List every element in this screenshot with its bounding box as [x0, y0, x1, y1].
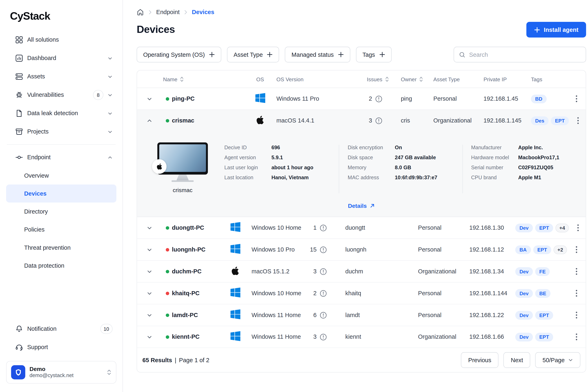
- column-header-owner[interactable]: Owner: [395, 76, 428, 82]
- tag-pill[interactable]: Dev: [515, 289, 533, 298]
- install-agent-button[interactable]: Install agent: [526, 22, 586, 38]
- row-menu-button[interactable]: [573, 309, 580, 321]
- next-page-button[interactable]: Next: [504, 352, 530, 368]
- brand-logo[interactable]: CyStack: [6, 0, 116, 30]
- previous-page-button[interactable]: Previous: [461, 352, 498, 368]
- private-ip: 192.168.1.145: [478, 117, 525, 124]
- sidebar-item-data-protection[interactable]: Data protection: [6, 256, 116, 274]
- details-link[interactable]: Details: [137, 202, 586, 209]
- tag-pill[interactable]: BE: [535, 289, 550, 298]
- tag-pill[interactable]: EPT: [535, 332, 553, 341]
- issues-count: 15: [305, 246, 316, 253]
- row-menu-button[interactable]: [573, 244, 580, 255]
- tag-pill[interactable]: BA: [515, 245, 531, 254]
- sidebar-item-devices[interactable]: Devices: [6, 184, 116, 202]
- table-row[interactable]: luongnh-PC Windows 10 Pro 15 luongnh Per…: [137, 239, 586, 261]
- apple-icon: [231, 266, 239, 277]
- sidebar-item-endpoint[interactable]: Endpoint: [6, 148, 116, 166]
- sidebar-item-support[interactable]: Support: [6, 338, 116, 356]
- tags-overflow-pill[interactable]: +2: [554, 245, 567, 254]
- home-icon[interactable]: [136, 8, 144, 16]
- tag-pill[interactable]: EPT: [535, 311, 553, 320]
- main-content: Endpoint Devices Devices Install agent O…: [123, 0, 588, 392]
- alert-icon: [320, 311, 327, 319]
- tag-pill[interactable]: Des: [531, 116, 548, 125]
- row-menu-button[interactable]: [573, 266, 580, 277]
- windows-icon: [230, 244, 240, 255]
- filter-asset-type-button[interactable]: Asset Type: [227, 47, 279, 62]
- column-header-issues[interactable]: Issues: [360, 76, 395, 82]
- sidebar-item-policies[interactable]: Policies: [6, 220, 116, 238]
- owner: cris: [395, 117, 428, 124]
- table-row[interactable]: duongtt-PC Windows 10 Home 1 duongtt Per…: [137, 217, 586, 239]
- table-row[interactable]: ping-PC Windows 11 Pro 2 ping Personal 1…: [137, 88, 586, 110]
- detail-label: Serial number: [471, 164, 518, 170]
- table-row[interactable]: duchm-PC macOS 15.1.2 3 duchm Organizati…: [137, 261, 586, 282]
- device-detail-group: Disk encryptionOnDisk space247 GB availa…: [339, 145, 462, 193]
- plus-icon: [338, 52, 344, 57]
- row-menu-button[interactable]: [574, 115, 582, 126]
- sidebar-item-threat-prevention[interactable]: Threat prevention: [6, 238, 116, 256]
- tag-pill[interactable]: EPT: [533, 245, 551, 254]
- archive-icon: [15, 128, 23, 136]
- status-dot: [166, 314, 169, 317]
- row-menu-button[interactable]: [573, 331, 580, 342]
- tag-pill[interactable]: Dev: [515, 223, 533, 232]
- sidebar-item-projects[interactable]: Projects: [6, 122, 116, 141]
- detail-label: Decive ID: [224, 145, 272, 150]
- device-detail-group: Decive ID696Agent version5.9.1Last user …: [216, 145, 339, 193]
- sidebar-item-overview[interactable]: Overview: [6, 166, 116, 184]
- sidebar-item-data-leak-detection[interactable]: Data leak detection: [6, 104, 116, 122]
- tags-cell: BAEPT+2: [510, 245, 568, 254]
- row-expand-chevron[interactable]: [144, 245, 154, 254]
- row-expand-chevron[interactable]: [144, 223, 154, 232]
- search-box: [454, 47, 586, 62]
- row-expand-chevron[interactable]: [144, 267, 154, 276]
- table-row[interactable]: lamdt-PC Windows 11 Home 6 lamdt Persona…: [137, 304, 586, 326]
- tag-pill[interactable]: BD: [531, 94, 546, 103]
- table-row[interactable]: khaitq-PC Windows 10 Home 2 khaitq Perso…: [137, 282, 586, 304]
- device-detail-panel: crismac Decive ID696Agent version5.9.1La…: [137, 132, 586, 217]
- tag-pill[interactable]: EPT: [551, 116, 569, 125]
- sidebar-item-directory[interactable]: Directory: [6, 202, 116, 220]
- sidebar-item-assets[interactable]: Assets: [6, 68, 116, 86]
- row-menu-button[interactable]: [573, 288, 580, 299]
- sidebar-item-dashboard[interactable]: Dashboard: [6, 49, 116, 68]
- tags-cell: DevEPT: [510, 311, 568, 320]
- sidebar-item-vulnerabilities[interactable]: Vulnerabilities 8: [6, 86, 116, 104]
- breadcrumb-endpoint[interactable]: Endpoint: [156, 8, 180, 16]
- sort-icon: [419, 76, 423, 82]
- table-row[interactable]: crismac macOS 14.4.1 3 cris Organization…: [137, 110, 586, 132]
- per-page-select[interactable]: 50/Page: [535, 352, 580, 368]
- row-expand-chevron[interactable]: [144, 288, 154, 298]
- tags-overflow-pill[interactable]: +4: [556, 223, 569, 232]
- status-dot: [166, 270, 169, 273]
- row-menu-button[interactable]: [574, 222, 582, 234]
- tag-pill[interactable]: EPT: [535, 223, 553, 232]
- row-expand-chevron[interactable]: [144, 116, 154, 125]
- chevron-down-icon: [568, 358, 573, 362]
- detail-value: about 1 hour ago: [271, 164, 313, 170]
- status-dot: [166, 226, 169, 230]
- user-profile-card[interactable]: Demo demo@cystack.net: [6, 361, 116, 384]
- filter-tags-button[interactable]: Tags: [356, 47, 392, 62]
- table-row[interactable]: kiennt-PC Windows 11 Home 3 kiennt Organ…: [137, 326, 586, 348]
- row-menu-button[interactable]: [573, 93, 580, 104]
- row-expand-chevron[interactable]: [144, 94, 154, 104]
- tag-pill[interactable]: FE: [535, 267, 550, 276]
- app-root: CyStack All solutions Dashboard Assets V…: [0, 0, 588, 392]
- filter-os-button[interactable]: Operating System (OS): [136, 47, 221, 62]
- tag-pill[interactable]: Dev: [515, 311, 533, 320]
- column-header-name[interactable]: Name: [162, 76, 252, 82]
- sidebar-item-all-solutions[interactable]: All solutions: [6, 30, 116, 49]
- sidebar-item-notification[interactable]: Notification 10: [6, 320, 116, 338]
- row-expand-chevron[interactable]: [144, 332, 154, 342]
- tag-pill[interactable]: Dev: [515, 332, 533, 341]
- search-input[interactable]: [469, 51, 581, 58]
- filter-managed-status-button[interactable]: Managed status: [285, 47, 350, 62]
- row-expand-chevron[interactable]: [144, 310, 154, 320]
- tags-cell: DevFE: [510, 267, 568, 276]
- breadcrumb-devices[interactable]: Devices: [192, 8, 214, 16]
- device-name: lamdt-PC: [172, 312, 198, 318]
- tag-pill[interactable]: Dev: [515, 267, 533, 276]
